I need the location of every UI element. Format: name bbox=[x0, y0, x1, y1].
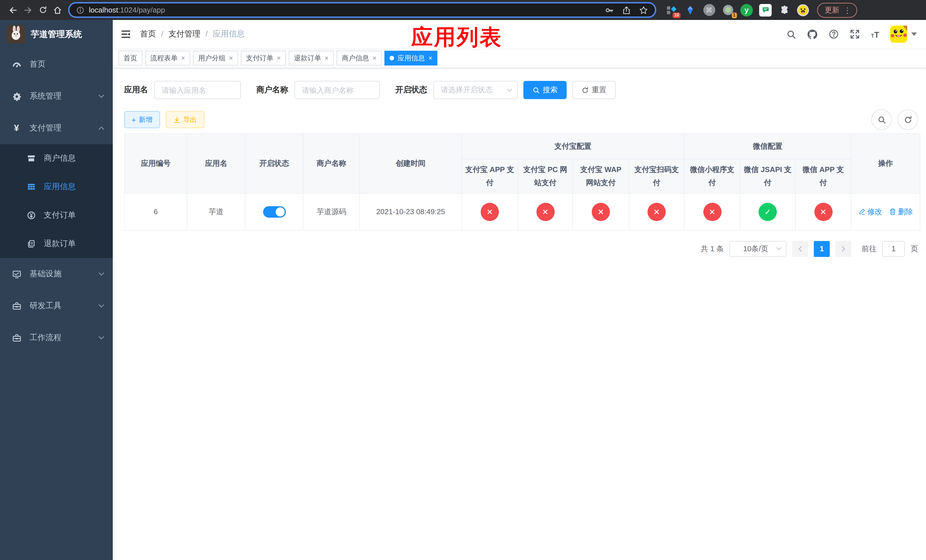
goto-label: 前往 bbox=[862, 244, 876, 254]
status-success-icon bbox=[758, 203, 777, 221]
status-select[interactable]: 请选择开启状态 bbox=[433, 81, 517, 99]
extension-icon-chat[interactable] bbox=[759, 4, 772, 16]
toolbox-icon bbox=[11, 301, 22, 311]
table-toolbar: + 新增 导出 bbox=[124, 109, 918, 130]
app-name-input[interactable] bbox=[154, 81, 241, 99]
tab-home[interactable]: 首页 bbox=[118, 51, 142, 65]
merchant-name-label: 商户名称 bbox=[256, 85, 288, 95]
extension-icon-3[interactable]: ⌘ bbox=[703, 4, 715, 16]
search-button[interactable]: 搜索 bbox=[524, 81, 567, 99]
plus-icon: + bbox=[132, 116, 136, 123]
tab-refund-order[interactable]: 退款订单× bbox=[289, 51, 334, 65]
sidebar-item-pay-order[interactable]: 支付订单 bbox=[0, 201, 113, 230]
close-icon[interactable]: × bbox=[277, 54, 281, 62]
password-key-icon[interactable] bbox=[605, 5, 614, 15]
browser-home-button[interactable] bbox=[50, 3, 65, 17]
extension-icon-2[interactable] bbox=[684, 4, 696, 16]
tab-merchant-info[interactable]: 商户信息× bbox=[337, 51, 381, 65]
refresh-table-button[interactable] bbox=[897, 109, 918, 130]
col-alipay-wap: 支付宝 WAP 网站支付 bbox=[573, 159, 629, 194]
top-navbar: 首页 支付管理 应用信息 TT bbox=[113, 20, 926, 48]
breadcrumb-payment[interactable]: 支付管理 bbox=[169, 29, 213, 39]
browser-forward-button[interactable] bbox=[21, 3, 35, 17]
close-icon[interactable]: × bbox=[181, 54, 185, 62]
chevron-down-icon bbox=[98, 334, 105, 341]
sidebar-item-infrastructure[interactable]: 基础设施 bbox=[0, 258, 113, 290]
bookmark-star-icon[interactable] bbox=[639, 5, 648, 15]
status-toggle[interactable] bbox=[263, 206, 286, 218]
sidebar-item-merchant-info[interactable]: 商户信息 bbox=[0, 144, 113, 173]
site-info-icon[interactable] bbox=[76, 6, 84, 14]
sidebar-item-label: 工作流程 bbox=[30, 333, 62, 343]
tab-user-group[interactable]: 用户分组× bbox=[193, 51, 238, 65]
sidebar-item-label: 首页 bbox=[30, 59, 45, 70]
col-actions: 操作 bbox=[851, 133, 920, 194]
cell-alipay-pc bbox=[518, 194, 573, 230]
navbar-actions: TT bbox=[787, 26, 917, 43]
yen-icon: ¥ bbox=[11, 123, 22, 133]
command-icon: ⌘ bbox=[703, 4, 715, 16]
chevron-down-icon bbox=[776, 246, 782, 252]
help-icon[interactable] bbox=[829, 29, 839, 39]
browser-reload-button[interactable] bbox=[35, 3, 50, 17]
toolbox-icon bbox=[11, 333, 22, 343]
share-icon[interactable] bbox=[622, 5, 631, 15]
sidebar-collapse-icon[interactable] bbox=[121, 29, 131, 39]
col-alipay-app: 支付宝 APP 支付 bbox=[461, 159, 518, 194]
sidebar-item-label: 系统管理 bbox=[30, 91, 62, 101]
address-bar[interactable]: localhost:1024/pay/app bbox=[68, 2, 656, 18]
trash-icon bbox=[889, 208, 896, 215]
close-icon[interactable]: × bbox=[428, 54, 432, 62]
browser-back-button[interactable] bbox=[6, 3, 21, 17]
tab-pay-order[interactable]: 支付订单× bbox=[241, 51, 286, 65]
page-size-select[interactable]: 10条/页 bbox=[729, 241, 787, 257]
total-count: 共 1 条 bbox=[701, 244, 724, 254]
status-fail-icon bbox=[814, 203, 832, 221]
avatar-image bbox=[890, 26, 907, 43]
delete-link[interactable]: 删除 bbox=[889, 206, 913, 217]
fullscreen-icon[interactable] bbox=[850, 29, 860, 39]
sidebar-item-system[interactable]: 系统管理 bbox=[0, 80, 113, 112]
sidebar-item-home[interactable]: 首页 bbox=[0, 48, 113, 80]
url-host: localhost bbox=[89, 6, 118, 14]
close-icon[interactable]: × bbox=[325, 54, 328, 62]
extension-icon-4[interactable]: 1 bbox=[722, 4, 734, 16]
tab-process-form[interactable]: 流程表单× bbox=[145, 51, 190, 65]
close-icon[interactable]: × bbox=[229, 54, 233, 62]
font-size-icon[interactable]: TT bbox=[871, 30, 879, 38]
next-page-button[interactable] bbox=[835, 241, 851, 257]
cell-app-name: 芋道 bbox=[187, 194, 245, 230]
col-app-id: 应用编号 bbox=[124, 133, 187, 194]
export-button[interactable]: 导出 bbox=[165, 111, 204, 128]
goto-page-input[interactable] bbox=[882, 241, 905, 257]
sidebar-item-refund-order[interactable]: 退款订单 bbox=[0, 230, 113, 258]
user-avatar[interactable] bbox=[890, 26, 917, 43]
prev-page-button[interactable] bbox=[792, 241, 808, 257]
browser-profile-avatar[interactable] bbox=[797, 4, 809, 16]
sidebar-item-app-info[interactable]: 应用信息 bbox=[0, 173, 113, 201]
chevron-down-icon bbox=[98, 93, 105, 100]
extensions-puzzle-icon[interactable] bbox=[778, 4, 790, 16]
sidebar-item-devtools[interactable]: 研发工具 bbox=[0, 290, 113, 322]
sidebar-logo[interactable]: 芋道管理系统 bbox=[0, 20, 113, 48]
sidebar-item-label: 基础设施 bbox=[30, 269, 62, 279]
page-content: 应用名 商户名称 开启状态 请选择开启状态 搜索 重置 bbox=[113, 68, 926, 560]
sidebar-item-workflow[interactable]: 工作流程 bbox=[0, 322, 113, 354]
breadcrumb-home[interactable]: 首页 bbox=[140, 29, 169, 39]
toggle-search-button[interactable] bbox=[872, 109, 892, 130]
browser-update-button[interactable]: 更新 ⋮ bbox=[817, 3, 857, 17]
page-annotation-title: 应用列表 bbox=[411, 23, 502, 52]
extension-icon-1[interactable]: 10 bbox=[665, 4, 678, 16]
page-number-1[interactable]: 1 bbox=[814, 241, 830, 257]
tab-app-info[interactable]: 应用信息× bbox=[384, 51, 437, 65]
browser-menu-kebab-icon[interactable]: ⋮ bbox=[843, 5, 851, 15]
github-icon[interactable] bbox=[807, 29, 818, 39]
reset-button[interactable]: 重置 bbox=[572, 81, 616, 99]
edit-link[interactable]: 修改 bbox=[858, 206, 882, 217]
close-icon[interactable]: × bbox=[372, 54, 377, 62]
merchant-name-input[interactable] bbox=[294, 81, 380, 99]
extension-icon-y[interactable]: y bbox=[740, 4, 753, 16]
add-button[interactable]: + 新增 bbox=[124, 111, 160, 128]
header-search-icon[interactable] bbox=[787, 29, 796, 39]
sidebar-item-payment[interactable]: ¥ 支付管理 bbox=[0, 112, 113, 144]
